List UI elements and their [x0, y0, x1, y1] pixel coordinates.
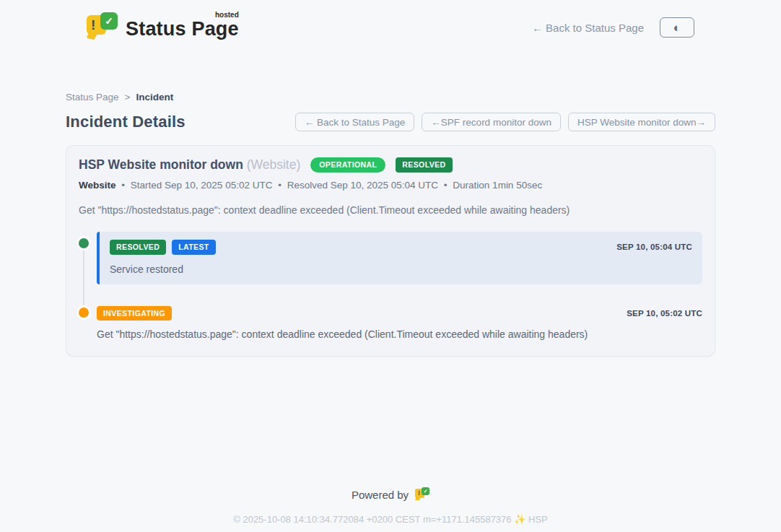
powered-by-link[interactable]: Powered by ! ✓ — [352, 487, 429, 502]
next-incident-button[interactable]: HSP Website monitor down→ — [568, 113, 715, 131]
theme-toggle-button[interactable]: ◐ — [660, 17, 694, 38]
incident-title-text: HSP Website monitor down — [79, 157, 243, 172]
timeline-event-resolved: RESOLVED LATEST SEP 10, 05:04 UTC Servic… — [79, 232, 702, 284]
breadcrumb: Status Page > Incident — [66, 92, 715, 103]
main-content: Status Page > Incident Incident Details … — [66, 92, 715, 357]
event-investigating-badge: INVESTIGATING — [97, 306, 172, 321]
breadcrumb-separator: > — [125, 92, 131, 103]
meta-component: Website — [79, 180, 116, 191]
mini-exclaim-glyph: ! — [418, 489, 420, 497]
brand-logo[interactable]: ! ✓ Status Page hosted — [87, 12, 239, 43]
incident-meta: Website • Started Sep 10, 2025 05:02 UTC… — [79, 180, 702, 191]
incident-title: HSP Website monitor down (Website) — [79, 157, 300, 173]
resolved-status-badge: RESOLVED — [396, 157, 452, 173]
timeline-dot-green — [79, 238, 89, 248]
event-timestamp: SEP 10, 05:04 UTC — [616, 243, 692, 251]
exclaim-glyph: ! — [91, 17, 95, 33]
event-latest-badge: LATEST — [172, 240, 215, 255]
half-circle-contrast-icon: ◐ — [673, 22, 681, 34]
status-page-logo-icon: ! ✓ — [87, 12, 118, 43]
timeline-event-box: RESOLVED LATEST SEP 10, 05:04 UTC Servic… — [97, 232, 702, 284]
mini-check-square: ✓ — [422, 487, 429, 495]
meta-bullet: • — [278, 180, 282, 191]
event-resolved-badge: RESOLVED — [110, 240, 166, 255]
brand-name: Status Page — [126, 18, 239, 40]
meta-duration: Duration 1min 50sec — [453, 180, 542, 191]
meta-started: Started Sep 10, 2025 05:02 UTC — [131, 180, 273, 191]
brand-hosted-badge: hosted — [215, 11, 239, 19]
timeline-event-plain: INVESTIGATING SEP 10, 05:02 UTC Get "htt… — [97, 306, 702, 341]
copyright-text: © 2025-10-08 14:10:34.772084 +0200 CEST … — [0, 514, 781, 525]
header: ! ✓ Status Page hosted ← Back to Status … — [0, 0, 781, 55]
status-page-mini-logo-icon: ! ✓ — [415, 487, 429, 502]
meta-bullet: • — [121, 180, 125, 191]
breadcrumb-status-page[interactable]: Status Page — [66, 92, 119, 103]
incident-timeline: RESOLVED LATEST SEP 10, 05:04 UTC Servic… — [79, 232, 702, 340]
event-message: Service restored — [110, 263, 692, 275]
powered-by-label: Powered by — [352, 489, 409, 501]
meta-resolved: Resolved Sep 10, 2025 05:04 UTC — [287, 180, 438, 191]
meta-bullet: • — [444, 180, 448, 191]
header-back-link[interactable]: ← Back to Status Page — [532, 22, 644, 34]
event-timestamp: SEP 10, 05:02 UTC — [627, 309, 702, 318]
page-title: Incident Details — [66, 113, 186, 131]
incident-nav-buttons: ← Back to Status Page ←SPF record monito… — [295, 113, 715, 131]
footer: Powered by ! ✓ © 2025-10-08 14:10:34.772… — [0, 487, 781, 525]
operational-status-badge: OPERATIONAL — [310, 157, 385, 173]
event-message: Get "https://hostedstatus.page": context… — [97, 328, 702, 340]
incident-component-label: (Website) — [247, 157, 301, 172]
timeline-dot-orange — [79, 308, 89, 318]
back-to-status-page-button[interactable]: ← Back to Status Page — [295, 113, 415, 131]
timeline-event-investigating: INVESTIGATING SEP 10, 05:02 UTC Get "htt… — [79, 306, 702, 341]
incident-card: HSP Website monitor down (Website) OPERA… — [66, 145, 715, 357]
incident-description: Get "https://hostedstatus.page": context… — [79, 204, 702, 216]
breadcrumb-incident: Incident — [136, 92, 173, 103]
prev-incident-button[interactable]: ←SPF record monitor down — [422, 113, 561, 131]
logo-check-square: ✓ — [100, 12, 118, 30]
